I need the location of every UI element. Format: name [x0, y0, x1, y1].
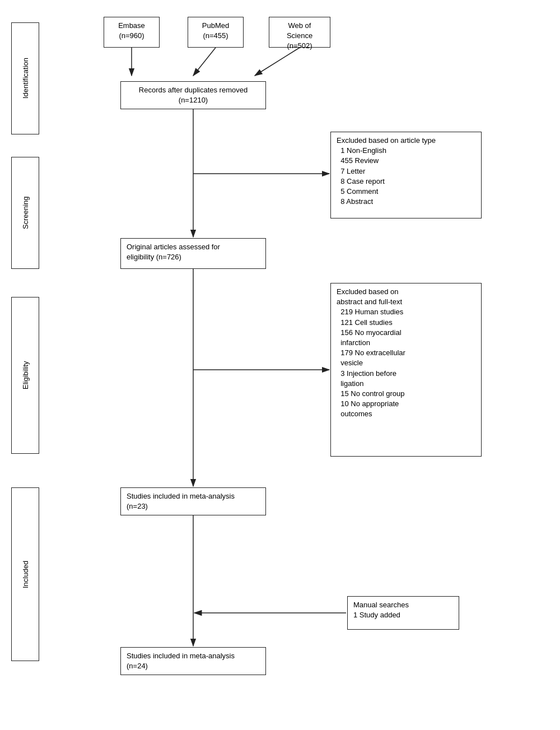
phase-screening: Screening — [11, 157, 39, 269]
studies-included-24-box: Studies included in meta-analysis(n=24) — [120, 647, 266, 675]
phase-eligibility: Eligibility — [11, 297, 39, 454]
manual-searches-text: Manual searches1 Study added — [353, 600, 453, 620]
embase-box: Embase(n=960) — [104, 17, 160, 48]
phase-included: Included — [11, 487, 39, 661]
svg-line-3 — [255, 48, 300, 76]
prisma-diagram: Identification Screening Eligibility Inc… — [0, 0, 560, 730]
web-of-science-box: Web of Science(n=502) — [269, 17, 330, 48]
excluded-article-type-box: Excluded based on article type 1 Non-Eng… — [330, 132, 482, 218]
excluded-article-type-text: Excluded based on article type 1 Non-Eng… — [337, 136, 475, 207]
excluded-abstract-box: Excluded based on abstract and full-text… — [330, 283, 482, 457]
original-articles-box: Original articles assessed foreligibilit… — [120, 238, 266, 269]
records-after-duplicates-box: Records after duplicates removed(n=1210) — [120, 81, 266, 109]
pubmed-box: PubMed(n=455) — [188, 17, 244, 48]
studies-included-23-box: Studies included in meta-analysis(n=23) — [120, 487, 266, 515]
svg-line-2 — [193, 48, 216, 76]
manual-searches-box: Manual searches1 Study added — [347, 596, 459, 630]
excluded-abstract-text: Excluded based on abstract and full-text… — [337, 287, 475, 419]
phase-identification: Identification — [11, 22, 39, 134]
